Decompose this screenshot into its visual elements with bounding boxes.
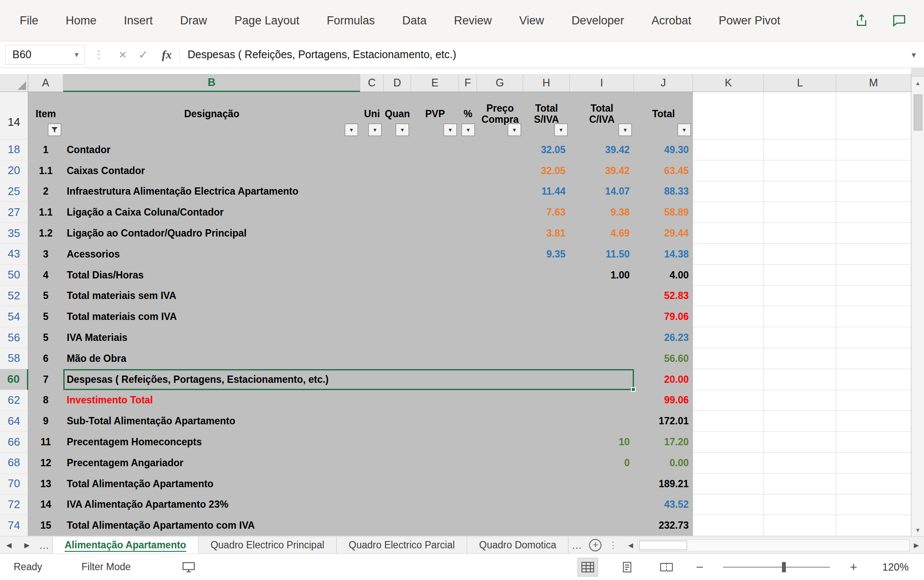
cell-I52[interactable] [570,286,634,307]
cell-L27[interactable] [764,202,836,223]
cell-B27[interactable]: Ligação a Caixa Coluna/Contador [63,202,360,223]
share-icon[interactable] [852,11,871,30]
column-header-B[interactable]: B [63,74,360,92]
row-number[interactable]: 25 [0,181,28,202]
column-header-K[interactable]: K [693,74,764,92]
hscroll-left-icon[interactable]: ◀ [624,542,637,549]
row-number[interactable]: 18 [0,139,28,160]
row-number[interactable]: 60 [0,369,28,390]
cell-F74[interactable] [459,515,477,536]
cell-E62[interactable] [411,390,459,411]
filter-dropdown-icon-F[interactable]: ▼ [462,124,475,136]
cell-I25[interactable]: 14.07 [570,181,634,202]
cell-B68[interactable]: Precentagem Angariador [63,453,360,473]
cell-E27[interactable] [411,202,459,223]
cell-M54[interactable] [836,306,911,327]
cell-H64[interactable] [523,411,570,432]
cell-D35[interactable] [384,223,411,244]
cell-M70[interactable] [836,473,911,494]
row-number[interactable]: 50 [0,265,28,286]
cell-J64[interactable]: 172.01 [634,411,693,432]
cell-I74[interactable] [570,515,634,536]
scroll-down-icon[interactable]: ▼ [912,524,924,536]
cell-L62[interactable] [764,390,836,411]
sheet-overflow-left-icon[interactable]: … [36,537,52,553]
cell-F54[interactable] [459,306,477,327]
cell-J27[interactable]: 58.89 [634,202,693,223]
cell-L52[interactable] [764,286,836,307]
cell-H74[interactable] [523,515,570,536]
filter-dropdown-icon-E[interactable]: ▼ [444,124,457,136]
cell-L20[interactable] [764,160,836,181]
cell-H66[interactable] [523,432,570,453]
cell-H54[interactable] [523,306,570,327]
cell-F60[interactable] [459,369,477,390]
cell-B50[interactable]: Total Dias/Horas [63,265,360,286]
cell-L74[interactable] [764,515,836,536]
cell-M43[interactable] [836,244,911,265]
cell-K62[interactable] [693,390,764,411]
ribbon-tab-formulas[interactable]: Formulas [327,14,375,27]
zoom-slider[interactable] [723,562,830,573]
cell-D68[interactable] [384,453,411,473]
normal-view-icon[interactable] [578,558,598,576]
row-number[interactable]: 27 [0,202,28,223]
cell-F52[interactable] [459,286,477,307]
cell-K70[interactable] [693,473,764,494]
cell-B62[interactable]: Investimento Total [63,390,360,411]
cell-K74[interactable] [693,515,764,536]
cell-M64[interactable] [836,411,911,432]
cell-A68[interactable]: 12 [28,453,63,473]
cell-A58[interactable]: 6 [28,348,63,369]
cell-C58[interactable] [360,348,384,369]
cell-A35[interactable]: 1.2 [28,223,63,244]
ribbon-tab-developer[interactable]: Developer [572,14,624,27]
cell-J62[interactable]: 99.06 [634,390,693,411]
cell-G50[interactable] [477,265,523,286]
cell-H18[interactable]: 32.05 [523,139,570,160]
cell-D72[interactable] [384,494,411,515]
cell-M27[interactable] [836,202,911,223]
cell-H25[interactable]: 11.44 [523,181,570,202]
formula-input[interactable]: Despesas ( Refeições, Portagens, Estacio… [187,48,903,61]
cell-A64[interactable]: 9 [28,411,63,432]
cell-J68[interactable]: 0.00 [634,453,693,473]
cell-A20[interactable]: 1.1 [28,160,63,181]
cell-D20[interactable] [384,160,411,181]
cell-L58[interactable] [764,348,836,369]
cell-F35[interactable] [459,223,477,244]
ribbon-tab-draw[interactable]: Draw [180,14,207,27]
cell-D62[interactable] [384,390,411,411]
cell-K56[interactable] [693,327,764,348]
cell-H56[interactable] [523,327,570,348]
cell-A66[interactable]: 11 [28,432,63,453]
insert-function-icon[interactable]: fx [162,48,172,62]
new-sheet-button[interactable]: + [589,539,601,551]
zoom-level[interactable]: 120% [877,561,909,573]
select-all-corner[interactable] [0,74,28,92]
cell-B60[interactable]: Despesas ( Refeições, Portagens, Estacio… [63,369,360,390]
cell-C20[interactable] [360,160,384,181]
cell-E20[interactable] [411,160,459,181]
column-header-G[interactable]: G [477,74,523,92]
cell-J72[interactable]: 43.52 [634,494,693,515]
cell-I43[interactable]: 11.50 [570,244,634,265]
cell-J35[interactable]: 29.44 [634,223,693,244]
cell-D60[interactable] [384,369,411,390]
cell-A25[interactable]: 2 [28,181,63,202]
column-header-I[interactable]: I [570,74,634,92]
cell-L72[interactable] [764,494,836,515]
cell-A70[interactable]: 13 [28,473,63,494]
ribbon-tab-view[interactable]: View [519,14,544,27]
sheet-tab-1[interactable]: Alimentação Apartamento [52,537,198,553]
page-break-view-icon[interactable] [657,558,676,576]
cell-F43[interactable] [459,244,477,265]
cell-E52[interactable] [411,286,459,307]
sheet-tab-3[interactable]: Quadro Electrico Parcial [337,537,467,553]
cell-L54[interactable] [764,306,836,327]
cell-H70[interactable] [523,473,570,494]
row-number[interactable]: 35 [0,223,28,244]
cell-L66[interactable] [764,432,836,453]
cell-K50[interactable] [693,265,764,286]
zoom-in-icon[interactable]: + [850,560,857,574]
